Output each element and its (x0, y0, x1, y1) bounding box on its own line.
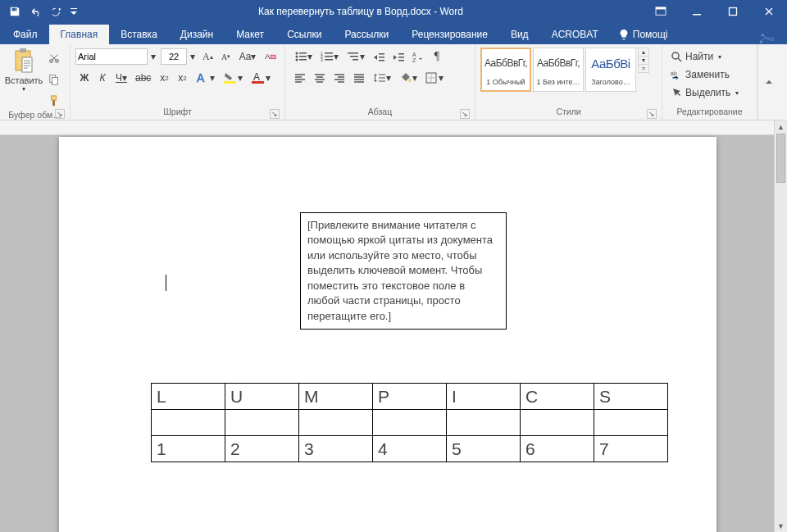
document-table[interactable]: L U M P I C S 1 2 3 4 (151, 383, 668, 462)
table-row[interactable]: L U M P I C S (152, 384, 668, 410)
tab-insert[interactable]: Вставка (109, 25, 169, 44)
clipboard-launcher[interactable]: ↘ (55, 109, 65, 119)
table-cell[interactable] (521, 410, 594, 436)
grow-font-button[interactable]: A▴ (198, 48, 217, 66)
borders-button[interactable]: ▾ (421, 69, 448, 87)
font-family-dropdown[interactable]: ▾ (148, 48, 159, 66)
tab-mailings[interactable]: Рассылки (333, 25, 400, 44)
table-cell[interactable]: 2 (225, 436, 299, 462)
highlight-button[interactable]: ▾ (219, 69, 247, 87)
minimize-button[interactable] (679, 0, 715, 23)
table-cell[interactable] (594, 410, 668, 436)
table-cell[interactable] (373, 410, 447, 436)
qat-customize-button[interactable] (69, 2, 79, 21)
table-row[interactable] (152, 410, 668, 436)
font-size-select[interactable] (161, 48, 187, 65)
text-effects-button[interactable]: A▾ (191, 69, 219, 87)
shrink-font-button[interactable]: A▾ (217, 48, 235, 66)
tab-design[interactable]: Дизайн (169, 25, 225, 44)
bold-button[interactable]: Ж (75, 69, 93, 87)
table-cell[interactable]: 7 (594, 436, 668, 462)
table-cell[interactable]: P (373, 384, 447, 410)
style-normal[interactable]: АаБбВвГг, 1 Обычный (480, 48, 531, 92)
increase-indent-button[interactable] (389, 48, 408, 66)
styles-launcher[interactable]: ↘ (647, 109, 657, 119)
svg-rect-26 (299, 59, 307, 61)
styles-gallery-scroll[interactable]: ▴▾▿ (638, 48, 649, 72)
justify-button[interactable] (349, 69, 369, 87)
font-size-dropdown[interactable]: ▾ (187, 48, 198, 66)
shading-button[interactable]: ▾ (395, 69, 421, 87)
tab-file[interactable]: Файл (2, 25, 49, 44)
undo-button[interactable] (26, 2, 46, 21)
paragraph-launcher[interactable]: ↘ (460, 109, 470, 119)
table-cell[interactable]: L (152, 384, 225, 410)
scroll-up-button[interactable]: ▲ (775, 120, 787, 134)
tab-layout[interactable]: Макет (225, 25, 275, 44)
horizontal-ruler[interactable] (0, 120, 774, 135)
numbering-button[interactable]: 123▾ (316, 48, 343, 66)
table-cell[interactable] (447, 410, 521, 436)
scroll-track[interactable] (775, 134, 787, 520)
underline-button[interactable]: Ч▾ (111, 69, 131, 87)
scroll-down-button[interactable]: ▼ (775, 520, 787, 532)
paste-button[interactable]: Вставить ▾ (5, 48, 43, 93)
table-cell[interactable] (152, 410, 225, 436)
table-cell[interactable]: 4 (373, 436, 447, 462)
table-cell[interactable]: 6 (521, 436, 594, 462)
save-button[interactable] (5, 2, 25, 21)
callout-textbox[interactable]: [Привлеките внимание читателя с помощью … (300, 212, 507, 330)
font-launcher[interactable]: ↘ (270, 109, 280, 119)
align-right-button[interactable] (330, 69, 349, 87)
style-no-spacing[interactable]: АаБбВвГг, 1 Без инте… (533, 48, 584, 92)
table-cell[interactable]: 1 (152, 436, 225, 462)
table-cell[interactable]: I (447, 384, 521, 410)
replace-button[interactable]: ab Заменить (667, 66, 733, 84)
select-button[interactable]: Выделить▾ (667, 84, 742, 102)
table-cell[interactable] (299, 410, 373, 436)
table-row[interactable]: 1 2 3 4 5 6 7 (152, 436, 668, 462)
find-button[interactable]: Найти▾ (667, 48, 725, 66)
collapse-ribbon-button[interactable] (757, 44, 779, 120)
table-cell[interactable]: 5 (447, 436, 521, 462)
redo-button[interactable] (48, 2, 67, 21)
close-button[interactable] (751, 0, 787, 23)
bullets-button[interactable]: ▾ (290, 48, 316, 66)
ribbon-display-options-button[interactable] (643, 0, 679, 23)
multilevel-list-button[interactable]: ▾ (343, 48, 369, 66)
table-cell[interactable] (225, 410, 299, 436)
tab-review[interactable]: Рецензирование (400, 25, 499, 44)
tab-references[interactable]: Ссылки (275, 25, 333, 44)
copy-button[interactable] (44, 70, 64, 89)
cut-button[interactable] (44, 49, 64, 67)
show-marks-button[interactable]: ¶ (428, 48, 446, 66)
vertical-scrollbar[interactable]: ▲ ▼ (774, 120, 787, 532)
align-center-button[interactable] (310, 69, 330, 87)
tab-home[interactable]: Главная (49, 25, 110, 44)
font-color-button[interactable]: A▾ (247, 69, 275, 87)
font-family-select[interactable] (75, 48, 148, 65)
tab-acrobat[interactable]: ACROBAT (540, 25, 610, 44)
align-left-button[interactable] (290, 69, 310, 87)
table-cell[interactable]: M (299, 384, 373, 410)
decrease-indent-button[interactable] (369, 48, 389, 66)
change-case-button[interactable]: Aa▾ (235, 48, 261, 66)
style-heading1[interactable]: АаБбВі Заголово… (585, 48, 636, 92)
table-cell[interactable]: U (225, 384, 299, 410)
tab-view[interactable]: Вид (499, 25, 540, 44)
subscript-button[interactable]: x2 (155, 69, 173, 87)
scroll-thumb[interactable] (776, 134, 785, 183)
document-page[interactable]: [Привлеките внимание читателя с помощью … (59, 137, 716, 532)
format-painter-button[interactable] (44, 92, 64, 110)
table-cell[interactable]: C (521, 384, 594, 410)
strikethrough-button[interactable]: abc (131, 69, 155, 87)
tell-me-search[interactable]: Помощі (610, 25, 676, 44)
italic-button[interactable]: К (93, 69, 111, 87)
line-spacing-button[interactable]: ▾ (369, 69, 395, 87)
clear-formatting-button[interactable]: A (260, 48, 281, 66)
sort-button[interactable]: AZ (408, 48, 428, 66)
superscript-button[interactable]: x2 (173, 69, 191, 87)
table-cell[interactable]: S (594, 384, 668, 410)
maximize-button[interactable] (715, 0, 751, 23)
table-cell[interactable]: 3 (299, 436, 373, 462)
